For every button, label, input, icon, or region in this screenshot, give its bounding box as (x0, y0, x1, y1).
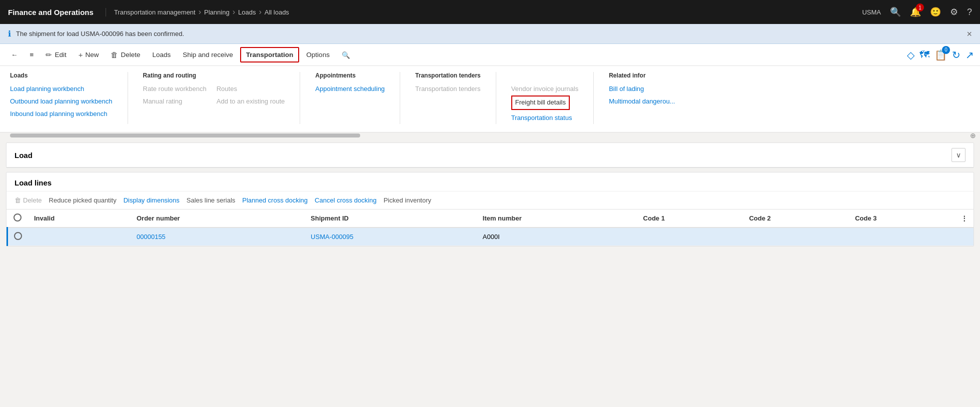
settings-icon[interactable]: ⚙ (950, 6, 958, 18)
cell-item-number: A000I (477, 228, 637, 246)
breadcrumb-item-4[interactable]: All loads (265, 8, 289, 16)
ll-picked-inv-button[interactable]: Picked inventory (382, 196, 433, 205)
cell-order-number[interactable]: 00000155 (131, 228, 305, 246)
smiley-icon[interactable]: 🙂 (930, 6, 941, 18)
info-bar-close[interactable]: × (966, 30, 972, 38)
cell-code1 (637, 228, 743, 246)
th-code2: Code 2 (743, 210, 849, 228)
menu-item-inbound-load[interactable]: Inbound load planning workbench (10, 108, 113, 120)
row-radio-cell[interactable] (8, 228, 29, 246)
breadcrumb-sep-3: › (259, 8, 261, 16)
header-radio (14, 214, 22, 222)
th-more: ⋮ (955, 210, 973, 228)
back-button[interactable]: ← (6, 48, 23, 62)
menu-section-related2: Related infor Bill of lading Multimodal … (609, 72, 690, 124)
load-lines-title: Load lines (7, 172, 973, 192)
transportation-button[interactable]: Transportation (240, 47, 300, 62)
cell-shipment-id[interactable]: USMA-000095 (305, 228, 477, 246)
shipment-id-link[interactable]: USMA-000095 (311, 233, 353, 240)
menu-icon: ≡ (30, 51, 34, 58)
info-bar: ℹ The shipment for load USMA-000096 has … (0, 24, 980, 44)
load-lines-table: Invalid Order number Shipment ID Item nu… (7, 210, 973, 246)
menu-section-rating-title: Rating and routing (143, 72, 285, 79)
ll-reduce-qty-button[interactable]: Reduce picked quantity (47, 196, 119, 205)
top-bar: Finance and Operations Transportation ma… (0, 0, 980, 24)
list-icon[interactable]: 📋 0 (934, 49, 947, 61)
ll-display-dims-button[interactable]: Display dimensions (122, 196, 182, 205)
ll-cancel-cross-label: Cancel cross docking (315, 196, 377, 204)
info-icon: ℹ (8, 29, 11, 38)
breadcrumb-item-2[interactable]: Planning (204, 8, 230, 16)
transportation-dropdown: Loads Load planning workbench Outbound l… (0, 66, 980, 132)
menu-item-load-planning[interactable]: Load planning workbench (10, 83, 113, 96)
th-item-number: Item number (477, 210, 637, 228)
map-icon[interactable]: 🗺 (919, 49, 929, 60)
new-button[interactable]: + New (74, 48, 104, 62)
ll-planned-cross-label: Planned cross docking (242, 196, 308, 204)
load-lines-grid: Invalid Order number Shipment ID Item nu… (7, 210, 973, 246)
notification-icon[interactable]: 🔔 1 (910, 6, 921, 18)
ship-receive-button[interactable]: Ship and receive (178, 48, 238, 62)
ll-sales-serials-button[interactable]: Sales line serials (185, 196, 238, 205)
rating-col1: Rate route workbench Manual rating (143, 83, 207, 108)
new-icon: + (79, 50, 83, 59)
scroll-thumb[interactable] (10, 134, 360, 138)
top-bar-right: USMA 🔍 🔔 1 🙂 ⚙ ? (862, 6, 972, 18)
th-select (8, 210, 29, 228)
th-invalid: Invalid (28, 210, 131, 228)
table-header-row: Invalid Order number Shipment ID Item nu… (8, 210, 974, 228)
options-label: Options (306, 51, 330, 58)
help-icon[interactable]: ? (967, 7, 972, 18)
menu-item-outbound-load[interactable]: Outbound load planning workbench (10, 96, 113, 108)
menu-section-appointments: Appointments Appointment scheduling (315, 72, 400, 124)
menu-item-appointment-scheduling[interactable]: Appointment scheduling (315, 83, 385, 96)
ll-planned-cross-button[interactable]: Planned cross docking (240, 196, 310, 205)
table-row[interactable]: 00000155 USMA-000095 A000I (8, 228, 974, 246)
loads-label: Loads (152, 51, 171, 58)
menu-section-tenders: Transportation tenders Transportation te… (415, 72, 496, 124)
menu-item-transportation-tenders: Transportation tenders (415, 83, 481, 96)
rating-col2: Routes Add to an existing route (217, 83, 285, 108)
cell-code3 (849, 228, 955, 246)
search-button[interactable]: 🔍 (337, 48, 355, 62)
breadcrumb-sep-1: › (199, 8, 201, 16)
collapse-icon: ∨ (956, 151, 961, 159)
cell-code2 (743, 228, 849, 246)
menu-item-freight-bill[interactable]: Freight bill details (511, 96, 570, 110)
diamond-icon[interactable]: ◇ (907, 49, 914, 61)
refresh-icon[interactable]: ↻ (952, 49, 960, 61)
breadcrumb-item-3[interactable]: Loads (238, 8, 256, 16)
open-icon[interactable]: ↗ (965, 49, 974, 61)
command-bar-right: ◇ 🗺 📋 0 ↻ ↗ (907, 49, 974, 61)
menu-item-multimodal[interactable]: Multimodal dangerou... (609, 96, 675, 108)
load-header: Load ∨ (7, 143, 973, 168)
menu-item-routes: Routes (217, 83, 285, 96)
list-badge: 0 (942, 46, 950, 54)
menu-item-rate-route: Rate route workbench (143, 83, 207, 96)
new-label: New (85, 51, 99, 58)
delete-button[interactable]: 🗑 Delete (106, 48, 145, 62)
ll-cancel-cross-button[interactable]: Cancel cross docking (313, 196, 379, 205)
menu-section-loads: Loads Load planning workbench Outbound l… (10, 72, 128, 124)
menu-item-transport-status[interactable]: Transportation status (511, 112, 578, 124)
breadcrumb: Transportation management › Planning › L… (114, 8, 862, 16)
ll-display-dims-label: Display dimensions (124, 196, 180, 204)
menu-section-related1-title (511, 72, 578, 79)
search-icon[interactable]: 🔍 (890, 6, 901, 18)
row-radio[interactable] (14, 232, 22, 240)
loads-button[interactable]: Loads (147, 48, 176, 62)
command-bar: ← ≡ ✏ Edit + New 🗑 Delete Loads Ship and… (0, 44, 980, 66)
ll-picked-inv-label: Picked inventory (384, 196, 431, 204)
transportation-label: Transportation (246, 51, 294, 58)
load-collapse-button[interactable]: ∨ (951, 148, 965, 162)
breadcrumb-item-1[interactable]: Transportation management (114, 8, 196, 16)
menu-item-bill-of-lading[interactable]: Bill of lading (609, 83, 675, 96)
user-label: USMA (862, 8, 881, 16)
app-title: Finance and Operations (8, 8, 106, 16)
menu-button[interactable]: ≡ (25, 48, 39, 62)
edit-button[interactable]: ✏ Edit (41, 48, 71, 62)
menu-section-appointments-title: Appointments (315, 72, 385, 79)
options-button[interactable]: Options (301, 48, 335, 62)
order-number-link[interactable]: 00000155 (137, 233, 166, 240)
load-section: Load ∨ (6, 142, 974, 168)
